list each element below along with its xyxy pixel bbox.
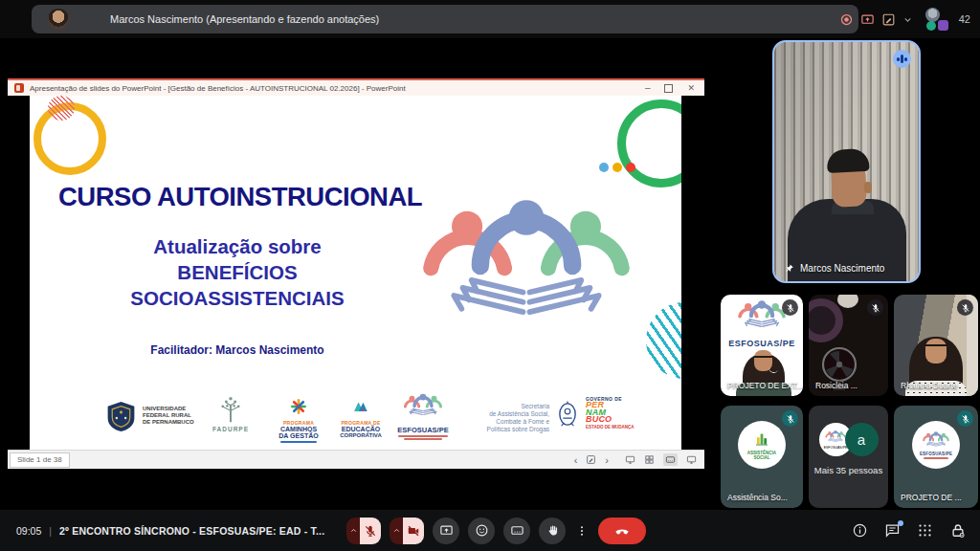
secretaria-label: Secretaria de Assistência Social, Combat… xyxy=(457,403,549,433)
pin-icon xyxy=(784,263,794,274)
participant-avatar xyxy=(925,8,940,22)
video-tile-rosicleia[interactable]: Rosicleia ... xyxy=(809,295,888,396)
chat-button[interactable] xyxy=(884,522,901,539)
governo-pernambuco-logo: GOVERNO DE PER NAM BUCO ESTADO DE MUDANÇ… xyxy=(586,396,639,430)
avatar-group: ESFOSUAS/PE a xyxy=(819,423,879,457)
next-slide-button[interactable]: › xyxy=(605,455,609,465)
top-bar-icons: 42 xyxy=(839,0,970,38)
ppt-presenter-toolbar: ‹ › xyxy=(574,452,697,467)
camera-button[interactable] xyxy=(403,518,424,544)
tile-label: Rhaiana Duarte xyxy=(901,381,958,390)
tile-label: Rosicleia ... xyxy=(815,381,858,390)
panel-buttons xyxy=(852,510,967,551)
mic-muted-icon xyxy=(867,299,883,316)
meeting-title: 2º ENCONTRO SÍNCRONO - ESFOSUAS/PE: EAD … xyxy=(59,525,324,537)
esfosuas-backdrop-text: ESFOSUAS/PE xyxy=(721,339,803,348)
top-bar: Marcos Nascimento (Apresentando e fazend… xyxy=(0,0,980,38)
time-label: 09:05 xyxy=(16,525,41,537)
annotate-icon[interactable] xyxy=(881,12,896,27)
previous-slide-button[interactable]: ‹ xyxy=(574,455,578,465)
captions-button[interactable] xyxy=(503,518,530,544)
assistencia-social-icon xyxy=(751,430,772,451)
participant-count[interactable]: 42 xyxy=(959,13,970,25)
camera-options-chevron[interactable] xyxy=(390,518,403,544)
caminhos-da-gestao-logo: PROGRAMA CAMINHOS DA GESTÃO xyxy=(271,397,326,443)
minimize-button[interactable]: – xyxy=(645,84,651,92)
video-tile-projeto[interactable]: ESFOSUAS/PE PROJETO DE ... xyxy=(894,406,978,508)
presenter-avatar xyxy=(48,9,69,30)
slide-subtitle: Atualização sobre BENEFÍCIOS SOCIOASSIST… xyxy=(85,233,390,311)
fadurpe-label: FADURPE xyxy=(206,426,256,432)
close-button[interactable]: ✕ xyxy=(687,83,695,93)
separator: | xyxy=(49,525,52,537)
tile-label: PROJETO DE ... xyxy=(901,493,962,502)
info-button[interactable] xyxy=(852,522,868,539)
avatar: ESFOSUAS/PE xyxy=(912,421,960,469)
meet-window: Marcos Nascimento (Apresentando e fazend… xyxy=(0,0,980,551)
camera-button-group xyxy=(390,518,424,544)
presenting-banner: Marcos Nascimento (Apresentando e fazend… xyxy=(32,5,858,33)
avatar-letter: a xyxy=(845,423,879,456)
annotation-pen-button[interactable] xyxy=(586,454,596,465)
notes-button[interactable] xyxy=(663,453,678,466)
notes-icon xyxy=(665,454,676,465)
more-options-button[interactable] xyxy=(574,518,590,544)
avatar: ASSISTÊNCIA SOCIAL xyxy=(738,421,786,469)
slide-counter: Slide 1 de 38 xyxy=(10,452,70,468)
educacao-corporativa-logo: PROGRAMA DE EDUCAÇÃO CORPORATIVA xyxy=(332,397,390,439)
mic-muted-icon xyxy=(957,410,973,427)
more-count-label: Mais 35 pessoas xyxy=(809,465,888,475)
tile-label: PROJETO DE EXT... xyxy=(727,381,803,390)
presenter-label: Marcos Nascimento (Apresentando e fazend… xyxy=(110,13,379,25)
mic-button-group xyxy=(346,518,381,544)
ppt-title-bar: Apresentação de slides do PowerPoint - [… xyxy=(8,78,704,96)
mic-muted-icon xyxy=(782,299,798,316)
activities-button[interactable] xyxy=(917,522,933,539)
participants-avatars[interactable] xyxy=(925,8,950,31)
end-call-button[interactable] xyxy=(598,518,646,544)
subtitle-line: SOCIOASSISTENCIAIS xyxy=(85,285,390,311)
ppt-slideshow-area: CURSO AUTOINSTRUCIONAL Atualização sobre… xyxy=(8,96,704,450)
participant-avatar xyxy=(926,21,936,31)
video-tile-assistencia[interactable]: ASSISTÊNCIA SOCIAL Assistência So... xyxy=(721,406,803,508)
meeting-info: 09:05 | 2º ENCONTRO SÍNCRONO - ESFOSUAS/… xyxy=(16,510,324,551)
esfosuas-people-icon xyxy=(398,392,448,423)
video-tile-projeto-ext[interactable]: ESFOSUAS/PE PROJETO DE EXT... xyxy=(721,295,803,396)
pernambuco-crest-icon xyxy=(554,398,581,430)
record-icon[interactable] xyxy=(839,12,854,27)
people-book-logo xyxy=(414,191,638,356)
slide-title: CURSO AUTOINSTRUCIONAL xyxy=(58,182,422,212)
raise-hand-button[interactable] xyxy=(539,518,566,544)
shared-screen-powerpoint: Apresentação de slides do PowerPoint - [… xyxy=(8,78,704,469)
slide-sorter-icon[interactable] xyxy=(644,454,655,465)
main-tile-name-row: Marcos Nascimento xyxy=(784,263,884,274)
main-video-tile[interactable]: Marcos Nascimento xyxy=(772,40,921,283)
teal-striped-circle-decoration xyxy=(646,302,681,379)
subtitle-line: Atualização sobre xyxy=(85,233,390,259)
overflow-tile-more-people[interactable]: ESFOSUAS/PE a Mais 35 pessoas xyxy=(809,406,888,508)
host-controls-button[interactable] xyxy=(949,522,967,540)
ufrpe-crest-logo xyxy=(103,399,139,434)
participant-name: Marcos Nascimento xyxy=(800,263,884,274)
mic-button[interactable] xyxy=(360,518,381,544)
hatched-dot-decoration xyxy=(48,96,75,121)
present-button[interactable] xyxy=(433,518,459,544)
maximize-button[interactable] xyxy=(664,84,673,93)
participant-avatar xyxy=(938,20,948,31)
slide-canvas: CURSO AUTOINSTRUCIONAL Atualização sobre… xyxy=(30,96,681,450)
display-settings-icon[interactable] xyxy=(625,454,635,465)
screen-share-icon[interactable] xyxy=(860,12,875,27)
chevron-down-icon[interactable] xyxy=(902,14,913,25)
mic-options-chevron[interactable] xyxy=(346,518,360,544)
tile-label: Assistência So... xyxy=(727,493,788,502)
mic-muted-icon xyxy=(957,299,973,316)
fadurpe-tree-logo xyxy=(215,394,246,425)
reactions-button[interactable] xyxy=(468,518,495,544)
bottom-bar: 09:05 | 2º ENCONTRO SÍNCRONO - ESFOSUAS/… xyxy=(0,510,980,551)
call-controls xyxy=(346,510,646,551)
video-tile-rhaiana[interactable]: Rhaiana Duarte xyxy=(894,295,978,396)
caminhos-star-icon xyxy=(289,397,308,416)
monitor-icon[interactable] xyxy=(686,454,697,465)
green-ring-decoration xyxy=(617,99,681,187)
esfosuas-logo-item: ESFOSUAS/PE xyxy=(392,392,454,440)
